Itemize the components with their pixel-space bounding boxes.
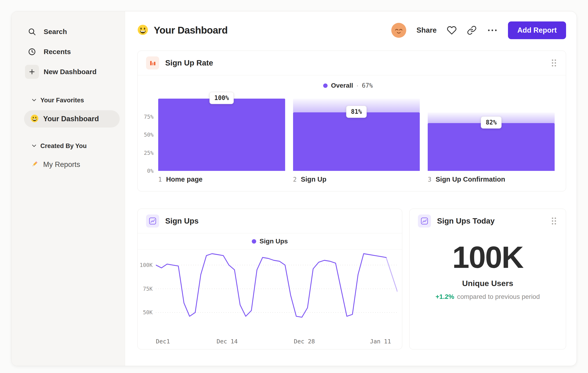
funnel-labels: 1Home page2Sign Up3Sign Up Confirmation bbox=[141, 176, 555, 183]
line-card-header: Sign Ups bbox=[138, 209, 402, 233]
avatar[interactable] bbox=[391, 23, 406, 38]
line-legend: Sign Ups bbox=[138, 233, 402, 250]
funnel-card-title: Sign Up Rate bbox=[165, 59, 213, 67]
bar-chart-icon bbox=[146, 56, 159, 70]
line-chart-icon bbox=[146, 214, 159, 228]
sidebar-item-your-dashboard[interactable]: Your Dashboard bbox=[24, 110, 120, 128]
funnel-y-axis: 75%50%25%0% bbox=[141, 99, 154, 171]
funnel-chart: Overall · 67% 75%50%25%0% 100%81%82% 1Ho… bbox=[138, 75, 566, 191]
legend-dot-icon bbox=[252, 239, 256, 244]
sidebar-search-label: Search bbox=[44, 28, 67, 36]
sign-ups-today-card: Sign Ups Today 100K Unique Users +1.2% c… bbox=[409, 209, 566, 349]
sign-up-rate-card: Sign Up Rate Overall · 67% 75%50%25%0% 1… bbox=[137, 50, 566, 192]
search-icon bbox=[24, 28, 39, 36]
more-options-icon[interactable] bbox=[487, 28, 498, 33]
created-section-toggle[interactable]: Created By You bbox=[11, 140, 125, 152]
line-chart: 100K75K50K Dec1Dec 14Dec 28Jan 11 bbox=[138, 250, 402, 349]
metric-label: Unique Users bbox=[462, 279, 513, 288]
line-chart-icon bbox=[418, 214, 431, 228]
created-section-label: Created By You bbox=[40, 142, 87, 150]
sidebar-new-dashboard-label: New Dashboard bbox=[44, 68, 97, 76]
page-title: Your Dashboard bbox=[154, 25, 228, 36]
metric-card-header: Sign Ups Today bbox=[410, 209, 566, 233]
funnel-bar-2[interactable]: 81% bbox=[293, 99, 420, 171]
cards-row: Sign Ups Sign Ups 100K75K50K Dec1Dec 14D… bbox=[137, 209, 566, 349]
header-actions: Share Add Report bbox=[391, 21, 566, 39]
line-chart-svg[interactable] bbox=[156, 253, 397, 333]
sign-ups-card: Sign Ups Sign Ups 100K75K50K Dec1Dec 14D… bbox=[137, 209, 402, 349]
smiley-emoji-icon bbox=[31, 114, 39, 123]
created-item-label: My Reports bbox=[43, 160, 80, 169]
chevron-down-icon bbox=[32, 98, 36, 102]
favorites-section-toggle[interactable]: Your Favorites bbox=[11, 94, 125, 106]
funnel-legend-label: Overall bbox=[331, 82, 353, 89]
drag-handle-icon[interactable] bbox=[550, 216, 557, 226]
sidebar-item-recents[interactable]: Recents bbox=[11, 42, 125, 62]
sidebar: Search Recents New Dashboard bbox=[11, 11, 125, 366]
smiley-emoji-icon bbox=[137, 24, 148, 36]
delta-percent: +1.2% bbox=[435, 293, 454, 301]
funnel-bar-1[interactable]: 100% bbox=[158, 99, 285, 171]
metric-delta: +1.2% compared to previous period bbox=[435, 293, 540, 301]
funnel-legend-value: 67% bbox=[362, 82, 373, 89]
funnel-step-label: 3Sign Up Confirmation bbox=[428, 176, 555, 183]
funnel-value-chip: 82% bbox=[481, 117, 502, 129]
favorites-section-label: Your Favorites bbox=[40, 97, 84, 104]
funnel-value-chip: 100% bbox=[210, 92, 234, 104]
legend-dot-icon bbox=[323, 83, 328, 88]
created-by-you-section: Created By You My Reports bbox=[11, 140, 125, 173]
line-x-axis: Dec1Dec 14Dec 28Jan 11 bbox=[156, 336, 397, 347]
funnel-legend: Overall · 67% bbox=[141, 82, 555, 89]
drag-handle-icon[interactable] bbox=[550, 58, 557, 68]
main-content: Your Dashboard Share bbox=[125, 11, 577, 366]
heart-icon[interactable] bbox=[447, 25, 457, 35]
funnel-value-chip: 81% bbox=[346, 106, 367, 118]
metric-value: 100K bbox=[452, 242, 523, 273]
favorites-section: Your Favorites Your Dashboard bbox=[11, 94, 125, 128]
clock-icon bbox=[24, 48, 39, 56]
plus-icon bbox=[25, 65, 39, 79]
link-icon[interactable] bbox=[467, 25, 477, 35]
app-window: Search Recents New Dashboard bbox=[11, 11, 577, 366]
funnel-bar-3[interactable]: 82% bbox=[428, 99, 555, 171]
sidebar-item-new-dashboard[interactable]: New Dashboard bbox=[11, 62, 125, 82]
pencil-icon bbox=[31, 160, 39, 169]
sidebar-item-search[interactable]: Search bbox=[11, 22, 125, 42]
funnel-step-label: 1Home page bbox=[158, 176, 285, 183]
delta-description: compared to previous period bbox=[457, 293, 540, 301]
add-report-button[interactable]: Add Report bbox=[508, 21, 566, 39]
funnel-plot: 100%81%82% bbox=[158, 99, 555, 171]
share-button[interactable]: Share bbox=[417, 26, 437, 34]
favorite-item-label: Your Dashboard bbox=[43, 115, 99, 123]
metric-body: 100K Unique Users +1.2% compared to prev… bbox=[410, 233, 566, 349]
metric-card-title: Sign Ups Today bbox=[437, 217, 495, 225]
funnel-legend-separator: · bbox=[356, 82, 358, 89]
title-group: Your Dashboard bbox=[137, 24, 228, 36]
line-legend-label: Sign Ups bbox=[260, 238, 288, 245]
funnel-card-header: Sign Up Rate bbox=[138, 51, 566, 75]
sidebar-item-my-reports[interactable]: My Reports bbox=[24, 156, 120, 173]
sidebar-recents-label: Recents bbox=[44, 48, 71, 56]
line-card-title: Sign Ups bbox=[165, 217, 199, 225]
chevron-down-icon bbox=[32, 144, 36, 148]
funnel-step-label: 2Sign Up bbox=[293, 176, 420, 183]
dashboard-header: Your Dashboard Share bbox=[137, 21, 566, 40]
line-y-axis: 100K75K50K bbox=[141, 253, 153, 333]
